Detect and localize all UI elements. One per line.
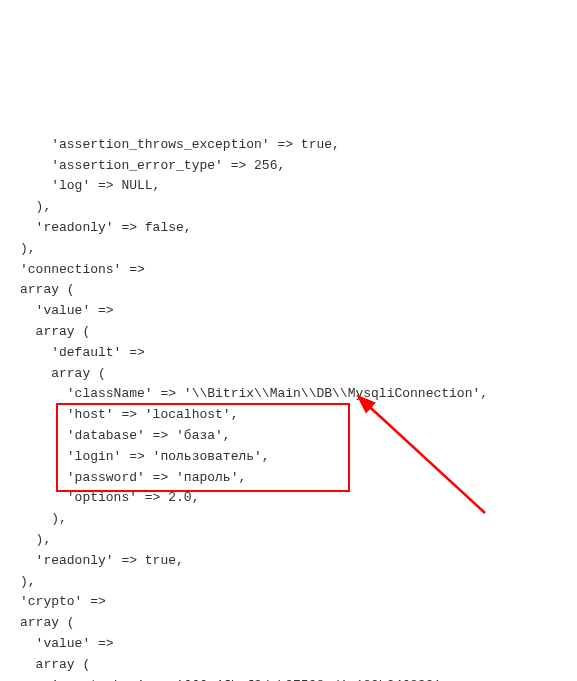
code-line: 'host' => 'localhost',: [20, 405, 567, 426]
code-line: 'crypto_key' => '666a4fbef3dab97598ed1c1…: [20, 676, 567, 682]
code-line: ),: [20, 509, 567, 530]
code-line: 'options' => 2.0,: [20, 488, 567, 509]
code-line: 'assertion_error_type' => 256,: [20, 156, 567, 177]
code-line: 'assertion_throws_exception' => true,: [20, 135, 567, 156]
code-line: ),: [20, 239, 567, 260]
code-line: ),: [20, 572, 567, 593]
code-line: 'crypto' =>: [20, 592, 567, 613]
code-line: 'readonly' => true,: [20, 551, 567, 572]
code-line: 'readonly' => false,: [20, 218, 567, 239]
code-line: 'className' => '\\Bitrix\\Main\\DB\\Mysq…: [20, 384, 567, 405]
code-line: 'default' =>: [20, 343, 567, 364]
code-line: array (: [20, 655, 567, 676]
code-line: array (: [20, 280, 567, 301]
code-line: 'log' => NULL,: [20, 176, 567, 197]
code-line: array (: [20, 613, 567, 634]
code-line: 'database' => 'база',: [20, 426, 567, 447]
code-line: 'login' => 'пользователь',: [20, 447, 567, 468]
code-line: ),: [20, 197, 567, 218]
code-line: 'value' =>: [20, 634, 567, 655]
code-line: array (: [20, 364, 567, 385]
code-line: 'value' =>: [20, 301, 567, 322]
code-container: 'assertion_throws_exception' => true, 'a…: [20, 93, 567, 681]
code-line: array (: [20, 322, 567, 343]
code-block: 'assertion_throws_exception' => true, 'a…: [20, 135, 567, 681]
code-line: 'connections' =>: [20, 260, 567, 281]
code-line: ),: [20, 530, 567, 551]
code-line: 'password' => 'пароль',: [20, 468, 567, 489]
